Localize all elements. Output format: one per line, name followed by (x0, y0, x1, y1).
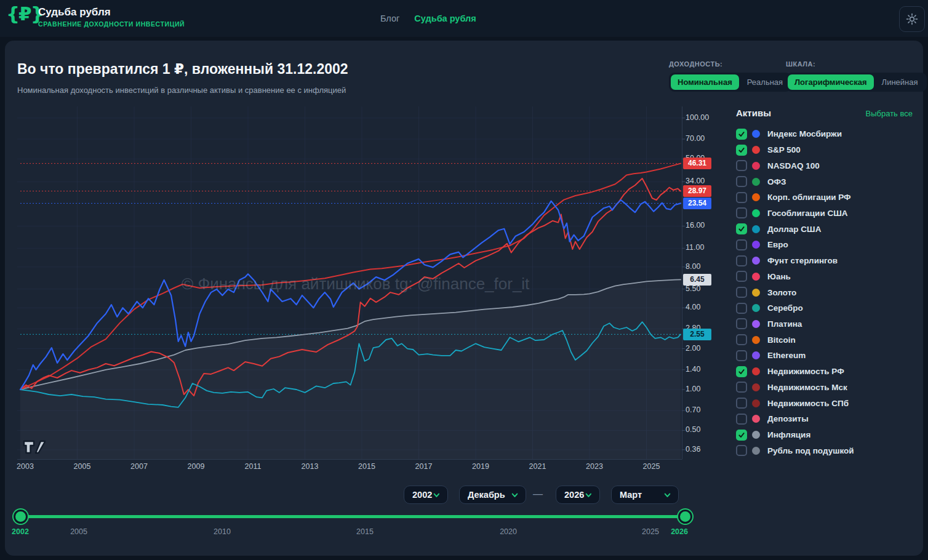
asset-item[interactable]: NASDAQ 100 (736, 158, 921, 174)
asset-item[interactable]: Рубль под подушкой (736, 442, 921, 458)
asset-checkbox[interactable] (736, 223, 747, 234)
asset-item[interactable]: Золото (736, 284, 921, 300)
y-tick-label: 70.00 (686, 134, 716, 143)
asset-item[interactable]: Недвижимость РФ (736, 364, 921, 380)
from-year-dropdown[interactable]: 2002 (404, 486, 448, 504)
asset-item[interactable]: Фунт стерлингов (736, 253, 921, 269)
asset-checkbox[interactable] (736, 255, 747, 266)
segment-option[interactable]: Реальная (740, 74, 790, 90)
asset-item[interactable]: Серебро (736, 300, 921, 316)
asset-checkbox[interactable] (736, 160, 747, 171)
asset-item[interactable]: Индекс Мосбиржи (736, 126, 921, 142)
asset-color-dot-icon (752, 273, 760, 281)
asset-color-dot-icon (752, 447, 760, 455)
x-tick-label: 2003 (12, 462, 39, 471)
asset-item[interactable]: Недвижимость Мск (736, 380, 921, 396)
segment-option[interactable]: Линейная (875, 74, 925, 90)
asset-label: Ethereum (767, 351, 806, 360)
to-year-value: 2026 (564, 490, 584, 500)
check-icon (738, 146, 745, 154)
asset-checkbox[interactable] (736, 287, 747, 298)
asset-color-dot-icon (752, 415, 760, 423)
asset-item[interactable]: Недвижимость СПб (736, 395, 921, 411)
y-tick-label: 1.00 (686, 385, 716, 393)
y-tick-label: 0.36 (686, 445, 716, 454)
asset-checkbox[interactable] (736, 176, 747, 187)
range-slider-track[interactable] (20, 515, 685, 518)
y-tick-label: 2.00 (686, 344, 716, 353)
x-tick-label: 2025 (638, 462, 665, 471)
asset-checkbox[interactable] (736, 398, 747, 409)
asset-item[interactable]: Корп. облигации РФ (736, 190, 921, 206)
asset-checkbox[interactable] (736, 207, 747, 218)
slider-year-label: 2020 (500, 527, 517, 536)
assets-list: Индекс МосбиржиS&P 500NASDAQ 100ОФЗКорп.… (736, 126, 921, 458)
segment-option[interactable]: Номинальная (671, 74, 739, 90)
to-month-value: Март (620, 490, 642, 500)
asset-checkbox[interactable] (736, 271, 747, 282)
select-all-link[interactable]: Выбрать все (866, 109, 913, 118)
asset-label: Недвижимость Мск (767, 383, 847, 392)
asset-item[interactable]: Платина (736, 316, 921, 332)
slider-year-label: 2026 (671, 527, 688, 536)
nav-link[interactable]: Блог (380, 14, 399, 23)
date-range-separator: — (529, 489, 546, 500)
asset-item[interactable]: Инфляция (736, 427, 921, 443)
profit-segment: НоминальнаяРеальная (669, 73, 791, 92)
asset-label: Bitcoin (767, 335, 796, 345)
price-badge: 46.31 (683, 158, 711, 169)
asset-checkbox[interactable] (736, 192, 747, 203)
asset-item[interactable]: Ethereum (736, 348, 921, 364)
asset-item[interactable]: Гособлигации США (736, 206, 921, 222)
asset-checkbox[interactable] (736, 334, 747, 345)
asset-checkbox[interactable] (736, 445, 747, 456)
asset-color-dot-icon (752, 209, 760, 217)
asset-color-dot-icon (752, 431, 760, 439)
asset-checkbox[interactable] (736, 414, 747, 425)
slider-year-label: 2010 (214, 527, 231, 536)
y-tick-label: 1.40 (686, 365, 716, 374)
asset-color-dot-icon (752, 304, 760, 312)
asset-item[interactable]: Евро (736, 237, 921, 253)
asset-color-dot-icon (752, 257, 760, 265)
x-tick-label: 2011 (239, 462, 266, 471)
slider-year-label: 2015 (356, 527, 374, 536)
asset-color-dot-icon (752, 383, 760, 391)
asset-label: Инфляция (767, 430, 810, 439)
asset-checkbox[interactable] (736, 239, 747, 250)
asset-checkbox[interactable] (736, 303, 747, 314)
series-area (20, 279, 681, 459)
asset-label: NASDAQ 100 (767, 161, 820, 170)
asset-item[interactable]: ОФЗ (736, 174, 921, 190)
asset-checkbox[interactable] (736, 430, 747, 441)
asset-item[interactable]: Депозиты (736, 411, 921, 427)
asset-item[interactable]: Доллар США (736, 221, 921, 237)
asset-item[interactable]: S&P 500 (736, 142, 921, 158)
segment-option[interactable]: Логарифмическая (788, 74, 874, 90)
asset-item[interactable]: Bitcoin (736, 332, 921, 348)
x-tick-label: 2017 (410, 462, 438, 471)
asset-color-dot-icon (752, 367, 760, 375)
asset-checkbox[interactable] (736, 382, 747, 393)
asset-item[interactable]: Юань (736, 268, 921, 284)
asset-checkbox[interactable] (736, 145, 747, 156)
nav-link[interactable]: Судьба рубля (414, 14, 476, 23)
app-title: Судьба рубля (38, 6, 111, 18)
x-tick-label: 2021 (524, 462, 551, 471)
asset-checkbox[interactable] (736, 350, 747, 361)
slider-year-label: 2005 (70, 527, 87, 536)
from-year-value: 2002 (412, 490, 432, 500)
from-month-dropdown[interactable]: Декабрь (459, 486, 526, 504)
to-year-dropdown[interactable]: 2026 (556, 486, 600, 504)
asset-checkbox[interactable] (736, 318, 747, 329)
range-slider-handle-start[interactable] (14, 510, 28, 524)
asset-checkbox[interactable] (736, 129, 747, 140)
asset-color-dot-icon (752, 193, 760, 201)
theme-toggle-button[interactable] (899, 6, 925, 32)
to-month-dropdown[interactable]: Март (611, 486, 679, 504)
asset-label: Недвижимость СПб (767, 399, 849, 408)
asset-checkbox[interactable] (736, 366, 747, 377)
asset-color-dot-icon (752, 162, 760, 170)
sun-icon (906, 13, 918, 25)
range-slider-handle-end[interactable] (678, 510, 692, 524)
